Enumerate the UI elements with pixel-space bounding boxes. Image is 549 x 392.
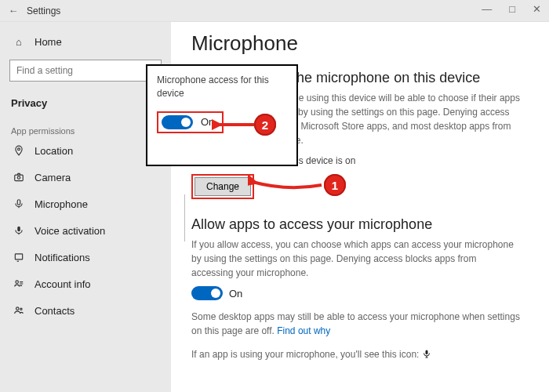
voice-icon <box>11 225 27 236</box>
microphone-access-popup: Microphone access for this device On <box>146 64 298 166</box>
apps-access-toggle-label: On <box>229 288 242 299</box>
home-icon: ⌂ <box>11 36 27 48</box>
svg-rect-5 <box>15 254 22 260</box>
annotation-badge-2: 2 <box>254 114 276 136</box>
desktop-apps-note: Some desktop apps may still be able to a… <box>191 310 521 338</box>
close-button[interactable]: ✕ <box>529 3 544 15</box>
annotation-highlight-change: Change <box>191 174 254 199</box>
section-allow-apps-title: Allow apps to access your microphone <box>191 216 529 233</box>
sidebar-item-camera[interactable]: Camera <box>0 164 171 191</box>
svg-point-8 <box>20 308 22 310</box>
annotation-badge-1: 1 <box>324 174 346 196</box>
annotation-arrow-1 <box>248 174 323 193</box>
section-allow-apps-desc: If you allow access, you can choose whic… <box>191 238 521 280</box>
svg-point-6 <box>16 281 19 284</box>
contacts-icon <box>11 305 27 316</box>
sidebar-item-contacts[interactable]: Contacts <box>0 297 171 324</box>
svg-rect-3 <box>17 200 20 205</box>
apps-access-toggle-row: On <box>191 286 242 300</box>
microphone-inline-icon <box>422 348 431 362</box>
svg-point-0 <box>18 148 20 151</box>
minimize-button[interactable]: — <box>478 3 495 15</box>
divider <box>184 194 185 241</box>
sidebar-item-label: Account info <box>35 278 91 290</box>
sidebar-item-notifications[interactable]: Notifications <box>0 244 171 270</box>
apps-access-toggle[interactable] <box>191 286 223 300</box>
page-title: Microphone <box>191 31 529 56</box>
camera-icon <box>11 172 27 183</box>
svg-rect-9 <box>425 350 427 354</box>
maximize-button[interactable]: □ <box>506 3 518 15</box>
notifications-icon <box>11 252 27 263</box>
sidebar-item-label: Microphone <box>35 198 88 210</box>
back-icon[interactable]: ← <box>6 5 20 16</box>
change-button[interactable]: Change <box>195 177 251 196</box>
popup-title: Microphone access for this device <box>157 74 287 100</box>
find-out-why-link[interactable]: Find out why <box>277 325 330 336</box>
sidebar-item-label: Camera <box>35 172 71 183</box>
app-title: Settings <box>27 5 60 16</box>
sidebar-item-label: Notifications <box>35 252 90 263</box>
annotation-arrow-2 <box>212 118 256 132</box>
sidebar-item-microphone[interactable]: Microphone <box>0 191 171 217</box>
svg-rect-4 <box>17 227 20 231</box>
svg-point-7 <box>16 307 20 310</box>
sidebar-item-voice-activation[interactable]: Voice activation <box>0 217 171 244</box>
account-icon <box>11 278 27 289</box>
svg-rect-1 <box>15 175 24 181</box>
svg-point-2 <box>17 176 20 180</box>
window-controls: — □ ✕ <box>478 3 544 15</box>
sidebar-home[interactable]: ⌂ Home <box>0 28 171 55</box>
sidebar-item-label: Location <box>35 145 73 157</box>
mic-in-use-note: If an app is using your microphone, you'… <box>191 347 521 362</box>
sidebar-item-label: Voice activation <box>35 225 105 237</box>
sidebar-home-label: Home <box>35 36 62 48</box>
device-access-toggle[interactable] <box>162 115 193 129</box>
titlebar: ← Settings <box>0 0 549 22</box>
sidebar-item-account-info[interactable]: Account info <box>0 270 171 297</box>
microphone-icon <box>11 198 27 209</box>
search-input[interactable] <box>9 60 162 82</box>
sidebar-item-label: Contacts <box>35 305 75 317</box>
location-icon <box>11 145 27 156</box>
